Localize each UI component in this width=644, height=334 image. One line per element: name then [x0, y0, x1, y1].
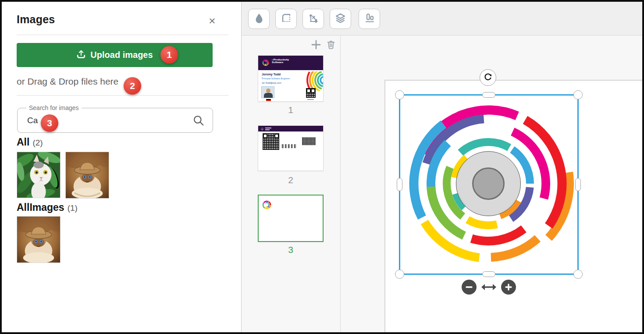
upload-button-label: Upload images [90, 50, 153, 60]
card-person-role: Principal Software Engineer [262, 77, 290, 80]
page-thumbnail-2[interactable] [258, 125, 324, 171]
page-thumbnail-1[interactable]: eProductivity Software Jeremy Todd Princ… [258, 55, 324, 102]
drag-drop-text: or Drag & Drop files here [17, 76, 118, 87]
color-drop-icon [253, 12, 265, 25]
rotate-handle[interactable] [480, 69, 496, 86]
pages-panel: eProductivity Software Jeremy Todd Princ… [242, 36, 341, 332]
group-name: AllImages [17, 202, 64, 213]
image-group-all: All (2) [17, 136, 43, 148]
image-group-allimages: AllImages (1) [17, 202, 78, 213]
annotation-badge-1: 1 [160, 46, 178, 64]
person-photo [261, 86, 274, 98]
page-thumbnail-3-selected[interactable] [258, 195, 324, 242]
search-icon[interactable] [192, 114, 205, 128]
barcode [282, 144, 297, 148]
resize-handle-se[interactable] [573, 270, 583, 279]
position-axis-button[interactable] [302, 9, 324, 29]
annotation-badge-2: 2 [124, 77, 141, 95]
qr-caption [307, 99, 314, 100]
search-input-value: Ca [27, 108, 38, 132]
add-page-button[interactable] [310, 39, 322, 52]
resize-handle-e[interactable] [575, 178, 581, 191]
image-thumbnail-cat-leaves[interactable] [17, 152, 60, 198]
brand-swirl-logo [261, 199, 273, 211]
qr-code [306, 88, 316, 98]
selection-box[interactable] [399, 94, 579, 275]
group-name: All [17, 136, 29, 148]
shrink-button[interactable] [462, 280, 477, 295]
datamatrix-code [302, 137, 316, 145]
enlarge-button[interactable] [501, 280, 516, 295]
upload-icon [76, 50, 86, 61]
page-number: 2 [258, 175, 324, 185]
upload-images-button[interactable]: Upload images [17, 43, 213, 67]
qr-code [263, 133, 279, 150]
germany-flag [266, 99, 271, 102]
resize-handle-n[interactable] [482, 92, 495, 98]
page-number: 1 [258, 105, 324, 115]
delete-page-button[interactable] [326, 39, 336, 52]
position-axis-icon [308, 12, 319, 25]
resize-handle-nw[interactable] [395, 90, 404, 99]
card-person-name: Jeremy Todd [262, 73, 281, 76]
annotation-badge-3: 3 [41, 114, 58, 132]
resize-handle-sw[interactable] [395, 270, 404, 279]
brand-swirl-logo [261, 58, 270, 67]
panel-title: Images [17, 13, 55, 26]
page-number: 3 [258, 245, 324, 255]
images-panel: Images ✕ Upload images 1 or Drag & Drop … [2, 2, 242, 332]
resize-horizontal-icon [481, 282, 497, 292]
rotate-icon [484, 72, 493, 83]
border-style-icon [281, 12, 292, 25]
resize-handle-ne[interactable] [573, 90, 583, 99]
statistics-align-button[interactable] [359, 9, 380, 29]
divider [17, 35, 228, 35]
card-header: eProductivity Software [258, 56, 323, 70]
statistics-align-icon [364, 12, 375, 25]
group-count: (2) [32, 138, 43, 148]
card-header [258, 126, 323, 131]
canvas-toolbar [242, 2, 642, 36]
layers-icon [334, 12, 346, 26]
resize-handle-s[interactable] [482, 271, 495, 277]
layers-button[interactable] [330, 9, 351, 29]
app-window: Images ✕ Upload images 1 or Drag & Drop … [0, 0, 644, 334]
design-canvas[interactable] [341, 36, 642, 332]
color-drop-button[interactable] [248, 9, 270, 29]
image-thumbnail-cat-hat[interactable] [65, 152, 109, 199]
group-count: (1) [68, 203, 78, 213]
close-icon[interactable]: ✕ [206, 15, 218, 27]
card-person-email: Jer.Todd@eps.com [262, 82, 281, 84]
image-thumbnail-cat-hat[interactable] [17, 216, 60, 263]
brand-swirl-logo [260, 127, 264, 131]
resize-handle-w[interactable] [397, 178, 402, 191]
border-style-button[interactable] [275, 9, 297, 29]
brand-name: eProductivity Software [272, 58, 289, 64]
divider [17, 95, 228, 96]
